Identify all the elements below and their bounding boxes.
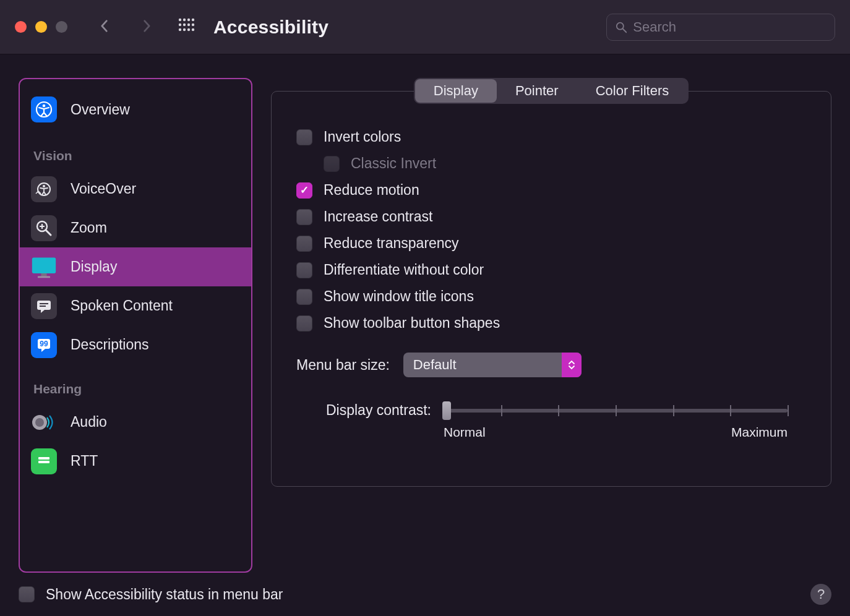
titlebar: Accessibility bbox=[0, 0, 850, 54]
sidebar-item-label: Audio bbox=[71, 414, 107, 430]
accessibility-icon bbox=[31, 96, 57, 122]
slider-min-label: Normal bbox=[444, 425, 486, 440]
tab-display[interactable]: Display bbox=[415, 79, 497, 103]
display-tabs: Display Pointer Color Filters bbox=[414, 78, 689, 104]
option-label: Reduce motion bbox=[324, 182, 419, 199]
svg-rect-21 bbox=[41, 273, 46, 276]
sidebar-item-overview[interactable]: Overview bbox=[20, 88, 251, 131]
option-reduce-motion[interactable]: Reduce motion bbox=[296, 182, 812, 199]
svg-rect-22 bbox=[38, 276, 50, 278]
svg-rect-23 bbox=[37, 301, 51, 310]
help-button[interactable]: ? bbox=[810, 584, 831, 605]
option-invert-colors[interactable]: Invert colors bbox=[296, 129, 812, 145]
option-classic-invert: Classic Invert bbox=[324, 155, 812, 172]
svg-point-15 bbox=[43, 105, 46, 108]
forward-button[interactable] bbox=[140, 20, 153, 35]
svg-rect-25 bbox=[40, 306, 46, 307]
option-label: Increase contrast bbox=[324, 208, 432, 225]
sidebar-item-label: Zoom bbox=[71, 220, 107, 236]
sidebar-item-label: Display bbox=[71, 259, 117, 275]
option-show-toolbar-button-shapes[interactable]: Show toolbar button shapes bbox=[296, 315, 812, 332]
menu-bar-size-label: Menu bar size: bbox=[296, 357, 390, 374]
option-label: Classic Invert bbox=[351, 155, 436, 172]
svg-point-2 bbox=[187, 18, 190, 20]
sidebar-item-label: Overview bbox=[71, 101, 130, 118]
option-show-window-title-icons[interactable]: Show window title icons bbox=[296, 288, 812, 305]
option-differentiate-without-color[interactable]: Differentiate without color bbox=[296, 262, 812, 278]
select-value: Default bbox=[413, 357, 457, 373]
svg-point-12 bbox=[617, 22, 624, 29]
slider-knob[interactable] bbox=[442, 401, 451, 420]
svg-rect-20 bbox=[32, 257, 56, 273]
sidebar-item-display[interactable]: Display bbox=[20, 247, 251, 286]
settings-panel: Invert colors Classic Invert Reduce moti… bbox=[271, 91, 831, 487]
checkbox-show-window-title-icons[interactable] bbox=[296, 289, 312, 305]
sidebar-item-rtt[interactable]: RTT bbox=[20, 442, 251, 481]
audio-icon bbox=[31, 409, 57, 435]
checkbox-show-accessibility-status[interactable] bbox=[19, 586, 35, 602]
option-label: Show Accessibility status in menu bar bbox=[46, 586, 283, 603]
option-label: Show window title icons bbox=[324, 288, 474, 305]
option-show-accessibility-status[interactable]: Show Accessibility status in menu bar bbox=[19, 586, 283, 603]
svg-line-13 bbox=[623, 28, 626, 32]
svg-point-4 bbox=[179, 23, 181, 25]
display-icon bbox=[31, 254, 57, 280]
svg-point-0 bbox=[179, 18, 181, 20]
sidebar-item-zoom[interactable]: Zoom bbox=[20, 208, 251, 247]
svg-text:99: 99 bbox=[40, 340, 48, 348]
tab-color-filters[interactable]: Color Filters bbox=[577, 79, 688, 103]
sidebar-item-voiceover[interactable]: VoiceOver bbox=[20, 169, 251, 208]
sidebar-item-spoken-content[interactable]: Spoken Content bbox=[20, 286, 251, 325]
sidebar-item-label: Spoken Content bbox=[71, 297, 173, 314]
menu-bar-size-select[interactable]: Default bbox=[403, 353, 582, 377]
option-label: Reduce transparency bbox=[324, 235, 459, 252]
svg-point-7 bbox=[192, 23, 194, 25]
sidebar-item-label: RTT bbox=[71, 453, 98, 469]
sidebar-section-vision: Vision bbox=[20, 131, 251, 169]
minimize-window-button[interactable] bbox=[35, 21, 47, 33]
checkbox-show-toolbar-button-shapes[interactable] bbox=[296, 315, 312, 332]
zoom-window-button[interactable] bbox=[56, 21, 67, 33]
svg-point-17 bbox=[43, 185, 45, 187]
option-reduce-transparency[interactable]: Reduce transparency bbox=[296, 235, 812, 252]
option-label: Differentiate without color bbox=[324, 262, 484, 278]
checkbox-increase-contrast[interactable] bbox=[296, 209, 312, 225]
svg-point-29 bbox=[35, 418, 44, 427]
descriptions-icon: 99 bbox=[31, 332, 57, 358]
spoken-content-icon bbox=[31, 293, 57, 319]
svg-point-6 bbox=[187, 23, 190, 25]
sidebar: Overview Vision VoiceOver Zoom Display bbox=[19, 78, 252, 573]
footer: Show Accessibility status in menu bar ? bbox=[0, 573, 850, 616]
display-contrast-slider[interactable]: Normal Maximum bbox=[444, 401, 812, 440]
svg-point-11 bbox=[192, 28, 194, 30]
sidebar-item-audio[interactable]: Audio bbox=[20, 403, 251, 442]
checkbox-classic-invert bbox=[324, 156, 340, 172]
svg-line-19 bbox=[46, 230, 51, 235]
search-icon bbox=[616, 21, 627, 33]
search-field[interactable] bbox=[606, 14, 835, 41]
close-window-button[interactable] bbox=[15, 21, 27, 33]
sidebar-item-label: Descriptions bbox=[71, 336, 149, 353]
svg-rect-30 bbox=[38, 457, 49, 460]
checkbox-differentiate-without-color[interactable] bbox=[296, 262, 312, 278]
main-content: Display Pointer Color Filters Invert col… bbox=[271, 78, 831, 573]
svg-point-1 bbox=[183, 18, 186, 20]
slider-max-label: Maximum bbox=[731, 425, 788, 440]
sidebar-item-label: VoiceOver bbox=[71, 181, 136, 197]
checkbox-invert-colors[interactable] bbox=[296, 129, 312, 145]
option-increase-contrast[interactable]: Increase contrast bbox=[296, 208, 812, 225]
svg-point-5 bbox=[183, 23, 186, 25]
sidebar-item-descriptions[interactable]: 99 Descriptions bbox=[20, 325, 251, 364]
history-nav bbox=[98, 20, 153, 35]
show-all-preferences-button[interactable] bbox=[178, 17, 195, 37]
checkbox-reduce-transparency[interactable] bbox=[296, 236, 312, 252]
tab-pointer[interactable]: Pointer bbox=[497, 79, 577, 103]
option-label: Show toolbar button shapes bbox=[324, 315, 500, 332]
svg-rect-24 bbox=[40, 303, 48, 304]
search-input[interactable] bbox=[633, 19, 826, 35]
svg-point-8 bbox=[179, 28, 181, 30]
checkbox-reduce-motion[interactable] bbox=[296, 182, 312, 199]
display-contrast-label: Display contrast: bbox=[296, 401, 431, 419]
back-button[interactable] bbox=[98, 20, 111, 35]
sidebar-section-hearing: Hearing bbox=[20, 364, 251, 403]
